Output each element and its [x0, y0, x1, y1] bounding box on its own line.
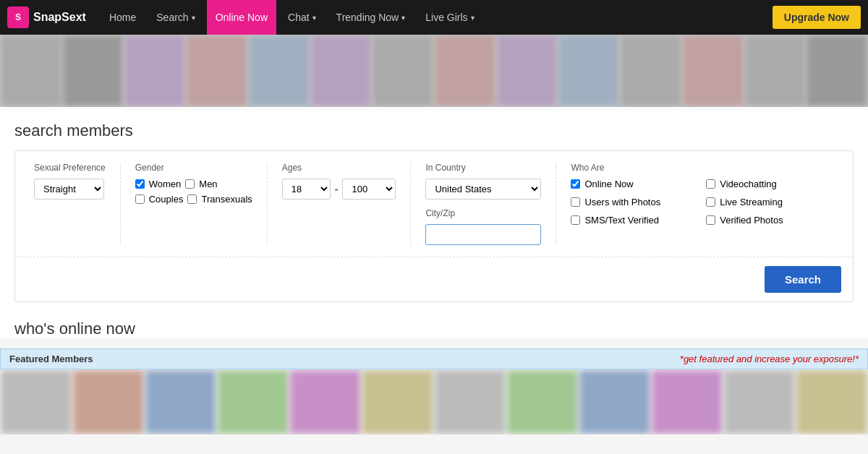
who-online-now-row: Online Now — [571, 179, 692, 189]
trending-arrow-icon: ▾ — [401, 14, 405, 22]
sexual-preference-select[interactable]: Straight Gay Bi — [34, 179, 104, 200]
ages-col: Ages 18 19 20 25 30 - 100 90 80 70 — [268, 163, 412, 245]
gender-women-checkbox[interactable] — [135, 179, 145, 189]
photo-strip-cell[interactable] — [62, 35, 124, 107]
who-photos-label[interactable]: Users with Photos — [584, 197, 660, 207]
who-live-stream-row: Live Streaming — [706, 197, 827, 207]
who-videochat-label[interactable]: Videochatting — [720, 179, 777, 189]
age-max-select[interactable]: 100 90 80 70 — [342, 179, 396, 200]
photo-strip-cell[interactable] — [558, 35, 620, 107]
member-photo-cell[interactable] — [723, 369, 796, 434]
featured-label: Featured Members — [9, 354, 93, 364]
featured-promo: *get featured and increase your exposure… — [680, 354, 859, 364]
live-girls-arrow-icon: ▾ — [471, 14, 475, 22]
member-photo-cell[interactable] — [796, 369, 868, 434]
photo-strip-cell[interactable] — [124, 35, 186, 107]
city-zip-input[interactable] — [425, 224, 541, 245]
nav-trending-now[interactable]: Trending Now ▾ — [328, 0, 414, 35]
gender-couples-checkbox[interactable] — [135, 194, 145, 204]
who-online-now-label[interactable]: Online Now — [584, 179, 633, 189]
featured-banner: Featured Members *get featured and incre… — [0, 348, 868, 369]
member-photo-cell[interactable] — [72, 369, 145, 434]
gender-trans-checkbox[interactable] — [187, 194, 197, 204]
gender-men-label[interactable]: Men — [199, 179, 217, 189]
who-are-grid: Online Now Videochatting Users with Phot… — [571, 179, 827, 230]
sexual-preference-label: Sexual Preference — [34, 163, 106, 173]
search-panel-footer: Search — [15, 257, 853, 301]
member-photo-cell[interactable] — [362, 369, 434, 434]
member-photo-cell[interactable] — [217, 369, 289, 434]
age-min-select[interactable]: 18 19 20 25 30 — [282, 179, 331, 200]
gender-trans-label[interactable]: Transexuals — [201, 194, 252, 205]
photo-strip-cell[interactable] — [620, 35, 682, 107]
search-members-title: search members — [14, 121, 854, 140]
sexual-preference-col: Sexual Preference Straight Gay Bi — [27, 163, 121, 245]
photo-strip-cell[interactable] — [434, 35, 496, 107]
search-button[interactable]: Search — [765, 266, 841, 293]
member-photo-cell[interactable] — [579, 369, 651, 434]
member-photos-row — [0, 369, 868, 434]
nav-home[interactable]: Home — [101, 0, 145, 35]
photo-strip-cell[interactable] — [0, 35, 62, 107]
gender-men-checkbox[interactable] — [185, 179, 195, 189]
nav-live-girls[interactable]: Live Girls ▾ — [417, 0, 482, 35]
gender-label: Gender — [135, 163, 252, 173]
photo-strip-cell[interactable] — [496, 35, 558, 107]
photo-strip-cell[interactable] — [682, 35, 744, 107]
search-panel-inner: Sexual Preference Straight Gay Bi Gender… — [15, 151, 853, 257]
who-online-now-checkbox[interactable] — [571, 179, 580, 189]
country-col: In Country United States Canada United K… — [411, 163, 556, 245]
brand-name: SnapSext — [33, 11, 86, 24]
who-photos-checkbox[interactable] — [571, 197, 580, 207]
photo-strip-cell[interactable] — [372, 35, 434, 107]
photo-strip-cell[interactable] — [248, 35, 310, 107]
search-panel: Sexual Preference Straight Gay Bi Gender… — [14, 150, 854, 302]
who-sms-row: SMS/Text Verified — [571, 215, 692, 226]
gender-col: Gender Women Men Couples Transexuals — [121, 163, 268, 245]
photo-strip-cell[interactable] — [186, 35, 248, 107]
gender-women-label[interactable]: Women — [149, 179, 182, 189]
svg-text:S: S — [15, 12, 21, 22]
whos-online-title: who's online now — [14, 320, 854, 338]
chat-arrow-icon: ▾ — [312, 14, 316, 22]
member-photo-cell[interactable] — [506, 369, 579, 434]
navbar: S SnapSext Home Search ▾ Online Now Chat… — [0, 0, 868, 35]
nav-links: Home Search ▾ Online Now Chat ▾ Trending… — [101, 0, 773, 35]
who-verified-row: Verified Photos — [706, 215, 827, 226]
photo-strip-cell[interactable] — [806, 35, 868, 107]
who-are-col: Who Are Online Now Videochatting Users w… — [556, 163, 841, 245]
nav-online-now[interactable]: Online Now — [207, 0, 276, 35]
age-row: 18 19 20 25 30 - 100 90 80 70 — [282, 179, 396, 200]
who-live-stream-checkbox[interactable] — [706, 197, 715, 207]
member-photo-cell[interactable] — [651, 369, 723, 434]
gender-couples-row: Couples Transexuals — [135, 194, 252, 205]
who-live-stream-label[interactable]: Live Streaming — [720, 197, 783, 207]
who-videochat-row: Videochatting — [706, 179, 827, 189]
main-content: search members Sexual Preference Straigh… — [0, 107, 868, 338]
country-select[interactable]: United States Canada United Kingdom Aust… — [425, 179, 541, 200]
member-photo-cell[interactable] — [289, 369, 362, 434]
nav-chat[interactable]: Chat ▾ — [279, 0, 325, 35]
nav-search[interactable]: Search ▾ — [148, 0, 203, 35]
gender-couples-label[interactable]: Couples — [149, 194, 184, 205]
featured-section: Featured Members *get featured and incre… — [0, 348, 868, 434]
age-separator: - — [335, 184, 339, 195]
member-photo-cell[interactable] — [0, 369, 72, 434]
member-photo-cell[interactable] — [434, 369, 506, 434]
photo-strip — [0, 35, 868, 107]
who-sms-label[interactable]: SMS/Text Verified — [584, 215, 659, 226]
who-photos-row: Users with Photos — [571, 197, 692, 207]
member-photo-cell[interactable] — [145, 369, 217, 434]
who-sms-checkbox[interactable] — [571, 215, 580, 225]
who-verified-checkbox[interactable] — [706, 215, 715, 225]
gender-women-row: Women Men — [135, 179, 252, 189]
brand[interactable]: S SnapSext — [7, 7, 86, 28]
logo-icon: S — [7, 7, 29, 28]
who-videochat-checkbox[interactable] — [706, 179, 715, 189]
photo-strip-cell[interactable] — [310, 35, 373, 107]
photo-strip-cell[interactable] — [744, 35, 807, 107]
who-verified-label[interactable]: Verified Photos — [720, 215, 783, 226]
who-are-label: Who Are — [571, 163, 827, 173]
upgrade-button[interactable]: Upgrade Now — [773, 6, 861, 29]
city-zip-label: City/Zip — [425, 208, 541, 218]
